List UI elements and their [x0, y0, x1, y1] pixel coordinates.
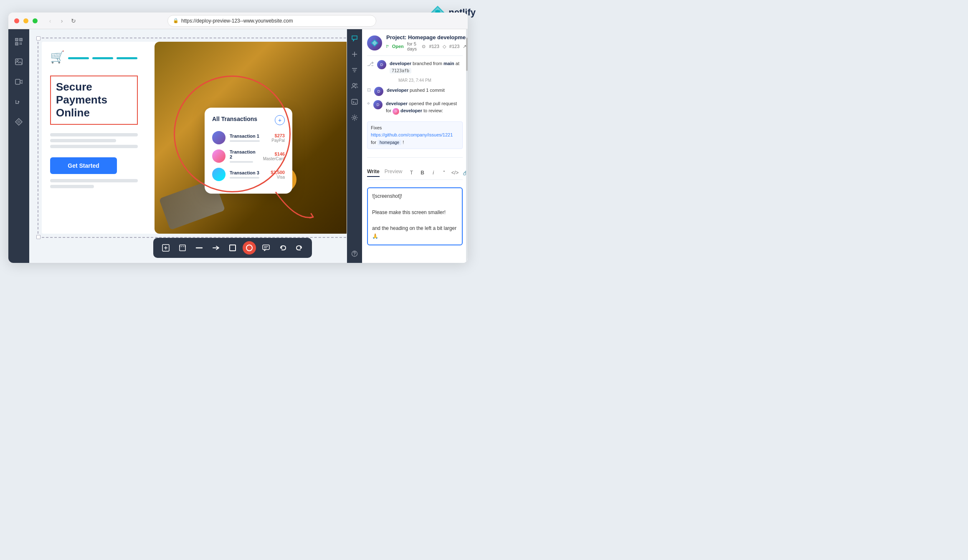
tx-amount-1: $273 PayPal — [271, 133, 285, 142]
heading-box: SecurePaymentsOnline — [50, 76, 138, 125]
crop-tool-button[interactable] — [176, 241, 189, 255]
strip-filter-icon[interactable] — [350, 65, 360, 75]
nav-bars: 🛒 — [50, 50, 138, 66]
divider-1 — [367, 55, 463, 56]
forward-button[interactable]: › — [58, 17, 66, 25]
tx-name-3: Transaction 3 — [230, 170, 266, 175]
git-branch-icon: ⎇ — [367, 61, 374, 67]
redo-tool-button[interactable] — [293, 241, 306, 255]
right-panel: Project: Homepage development Open for 5… — [347, 29, 468, 263]
strip-plus-icon[interactable] — [350, 49, 360, 59]
sidebar-tool-image[interactable] — [12, 55, 25, 68]
svg-point-46 — [388, 45, 389, 46]
tx-bar-2 — [230, 161, 253, 163]
strip-help-icon[interactable] — [350, 249, 360, 259]
select-tool-button[interactable] — [159, 241, 172, 255]
bottom-lines — [50, 179, 138, 188]
activity-text-2: developer pushed 1 commit — [387, 87, 463, 94]
desc-line-3 — [50, 145, 138, 148]
tx-avatar-1 — [212, 131, 226, 144]
pr-icon: ⊙ — [422, 44, 426, 49]
address-bar[interactable]: 🔒 https://deploy-preview-123--www.yourwe… — [167, 15, 376, 27]
refresh-button[interactable]: ↻ — [69, 17, 78, 25]
tx-amount-2: $146 MasterCard — [263, 151, 285, 161]
tx-avatar-3 — [212, 168, 226, 181]
diamond-number: #123 — [449, 44, 459, 49]
transaction-item-2: Transaction 2 $146 MasterCard — [212, 149, 285, 163]
branch-icon — [386, 44, 389, 49]
svg-rect-11 — [20, 44, 20, 45]
browser-close-btn[interactable] — [14, 18, 19, 23]
strip-gear-icon[interactable] — [350, 113, 360, 123]
svg-rect-10 — [21, 43, 22, 43]
description-lines — [50, 133, 138, 148]
comment-text: ![screenshot]!Please make this screen sm… — [372, 193, 456, 239]
line-tool-button[interactable] — [193, 241, 206, 255]
lock-icon: 🔒 — [173, 18, 179, 23]
toolbar-bold-btn[interactable]: B — [418, 169, 426, 177]
transaction-card: All Transactions + Transaction 1 $273 — [205, 108, 292, 194]
rect-tool-button[interactable] — [226, 241, 239, 255]
tx-name-2: Transaction 2 — [230, 149, 259, 159]
arrow-tool-button[interactable] — [209, 241, 223, 255]
tx-name-1: Transaction 1 — [230, 134, 267, 139]
svg-rect-21 — [180, 245, 185, 251]
project-title: Project: Homepage development — [386, 34, 468, 40]
tx-amount-3: $2,500 Visa — [271, 169, 285, 179]
circle-tool-button[interactable] — [243, 241, 256, 255]
get-started-button[interactable]: Get Started — [50, 157, 117, 174]
toolbar-quote-btn[interactable]: " — [440, 169, 448, 177]
write-tab[interactable]: Write — [367, 169, 380, 177]
tx-bar-1 — [230, 140, 260, 142]
activity-text-3: developer opened the pull request for D … — [386, 100, 463, 115]
browser-minimize-btn[interactable] — [23, 18, 28, 23]
undo-tool-button[interactable] — [276, 241, 289, 255]
card-header: All Transactions + — [212, 115, 285, 125]
scrollbar-thumb[interactable] — [466, 38, 468, 71]
fix-text-box: Fixes https://github.com/company/issues/… — [367, 121, 463, 149]
toolbar-italic-btn[interactable]: i — [429, 169, 437, 177]
sidebar-tool-video[interactable] — [12, 75, 25, 88]
comment-area[interactable]: ![screenshot]!Please make this screen sm… — [367, 187, 463, 245]
handle-top-left[interactable] — [36, 36, 41, 40]
mockup-right: All Transactions + Transaction 1 $273 — [146, 42, 351, 234]
browser-toolbar: ‹ › ↻ 🔒 https://deploy-preview-123--www.… — [8, 13, 468, 29]
transaction-item-1: Transaction 1 $273 PayPal — [212, 131, 285, 144]
svg-point-36 — [355, 83, 357, 85]
nav-bar-1 — [68, 57, 89, 59]
transaction-item-3: Transaction 3 $2,500 Visa — [212, 168, 285, 181]
browser-frame: ‹ › ↻ 🔒 https://deploy-preview-123--www.… — [8, 13, 468, 263]
browser-maximize-btn[interactable] — [33, 18, 38, 23]
toolbar-code-btn[interactable]: </> — [451, 169, 459, 177]
svg-rect-8 — [16, 43, 18, 45]
sidebar-tool-netlify[interactable] — [12, 115, 25, 129]
svg-point-14 — [17, 60, 18, 61]
nav-bar-2 — [92, 57, 113, 59]
open-duration: for 5 days — [407, 41, 419, 51]
git-push-icon: ⊡ — [367, 87, 371, 93]
cart-icon: 🛒 — [50, 50, 65, 64]
svg-rect-9 — [20, 43, 20, 43]
panel-content: Project: Homepage development Open for 5… — [362, 29, 468, 263]
add-transaction-button[interactable]: + — [275, 115, 285, 125]
fix-link[interactable]: https://github.com/company/issues/1221 — [371, 132, 453, 137]
strip-users-icon[interactable] — [350, 81, 360, 91]
panel-scrollbar[interactable] — [466, 29, 468, 263]
svg-rect-12 — [21, 44, 22, 45]
toolbar-heading-btn[interactable]: T — [407, 169, 416, 177]
strip-chat-icon[interactable] — [350, 33, 360, 43]
dark-strip — [347, 29, 362, 263]
activity-avatar-1: D — [377, 60, 386, 69]
pr-number: #123 — [429, 44, 439, 49]
sidebar-tool-qr[interactable] — [12, 35, 25, 48]
callout-tool-button[interactable] — [259, 241, 273, 255]
handle-bottom-left[interactable] — [36, 235, 41, 239]
back-button[interactable]: ‹ — [46, 17, 54, 25]
editor-toolbar: T B i " </> 🔗 ≡ ≡ — [407, 169, 468, 177]
strip-terminal-icon[interactable] — [350, 97, 360, 107]
preview-tab[interactable]: Preview — [385, 169, 403, 177]
sidebar-tool-signin[interactable] — [12, 95, 25, 108]
activity-avatar-2: D — [374, 87, 383, 96]
svg-point-39 — [354, 117, 356, 119]
desc-line-1 — [50, 133, 138, 136]
